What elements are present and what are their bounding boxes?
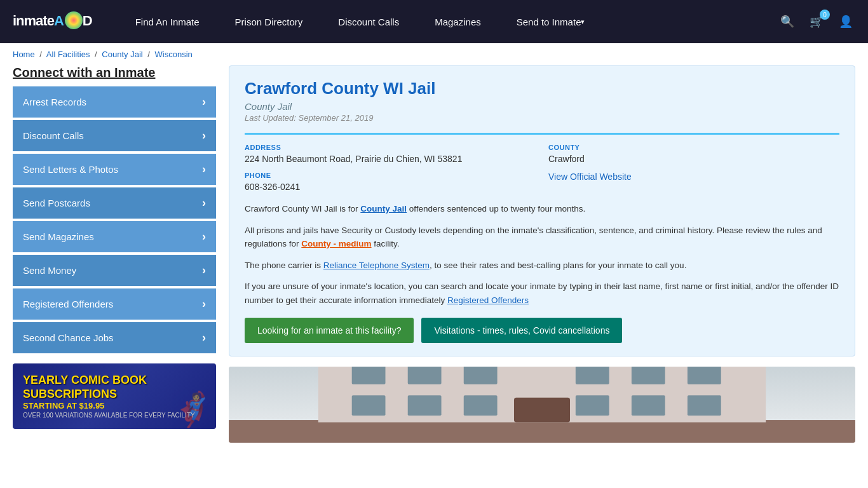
find-inmate-button[interactable]: Looking for an inmate at this facility? xyxy=(245,318,414,343)
svg-rect-8 xyxy=(632,367,665,384)
facility-card: Crawford County WI Jail County Jail Last… xyxy=(229,65,855,356)
svg-rect-4 xyxy=(352,367,386,384)
breadcrumb: Home / All Facilities / County Jail / Wi… xyxy=(0,43,868,65)
ad-price: STARTING AT $19.95 xyxy=(23,401,206,410)
svg-rect-13 xyxy=(576,396,609,416)
svg-rect-1 xyxy=(229,420,855,442)
desc-1: Crawford County WI Jail is for County Ja… xyxy=(245,202,839,216)
search-button[interactable]: 🔍 xyxy=(778,12,797,31)
website-link[interactable]: View Official Website xyxy=(548,172,632,182)
county-label: COUNTY xyxy=(548,144,839,151)
facility-details: ADDRESS 224 North Beaumont Road, Prairie… xyxy=(245,133,839,192)
facility-name: Crawford County WI Jail xyxy=(245,79,839,98)
svg-rect-7 xyxy=(576,367,609,384)
cart-badge: 0 xyxy=(820,10,830,20)
svg-rect-5 xyxy=(408,367,442,384)
facility-type: County Jail xyxy=(245,101,839,112)
sidebar-send-money[interactable]: Send Money › xyxy=(13,255,216,286)
navbar: inmateAD Find An Inmate Prison Directory… xyxy=(0,0,868,43)
chevron-right-icon: › xyxy=(202,297,206,311)
phone-value: 608-326-0241 xyxy=(245,182,536,192)
county-block: COUNTY Crawford xyxy=(548,144,839,164)
sidebar-title: Connect with an Inmate xyxy=(13,65,216,80)
svg-rect-18 xyxy=(514,398,570,423)
chevron-right-icon: › xyxy=(202,163,206,176)
sidebar-send-magazines[interactable]: Send Magazines › xyxy=(13,221,216,252)
cart-button[interactable]: 🛒 0 xyxy=(807,12,826,31)
svg-rect-6 xyxy=(464,367,498,384)
sidebar: Connect with an Inmate Arrest Records › … xyxy=(13,65,216,443)
chevron-right-icon: › xyxy=(202,196,206,210)
sidebar-send-postcards[interactable]: Send Postcards › xyxy=(13,187,216,219)
chevron-right-icon: › xyxy=(202,264,206,277)
svg-rect-12 xyxy=(464,396,498,416)
svg-rect-14 xyxy=(632,396,665,416)
chevron-right-icon: › xyxy=(202,129,206,142)
nav-find-inmate[interactable]: Find An Inmate xyxy=(118,0,217,43)
chevron-right-icon: › xyxy=(202,331,206,344)
chevron-right-icon: › xyxy=(202,95,206,109)
desc-2: All prisons and jails have Security or C… xyxy=(245,224,839,251)
nav-send-to-inmate[interactable]: Send to Inmate xyxy=(499,0,603,43)
breadcrumb-wisconsin[interactable]: Wisconsin xyxy=(155,50,193,59)
svg-rect-9 xyxy=(688,367,721,384)
nav-icons: 🔍 🛒 0 👤 xyxy=(778,12,855,31)
logo[interactable]: inmateAD xyxy=(13,13,92,30)
ad-title: YEARLY COMIC BOOKSUBSCRIPTIONS xyxy=(23,374,206,401)
sidebar-send-letters[interactable]: Send Letters & Photos › xyxy=(13,154,216,185)
nav-discount-calls[interactable]: Discount Calls xyxy=(320,0,417,43)
breadcrumb-home[interactable]: Home xyxy=(13,50,35,59)
logo-icon xyxy=(65,11,83,29)
ad-note: OVER 100 VARIATIONS AVAILABLE FOR EVERY … xyxy=(23,412,206,419)
phone-label: PHONE xyxy=(245,172,536,179)
address-block: ADDRESS 224 North Beaumont Road, Prairie… xyxy=(245,144,536,164)
svg-rect-11 xyxy=(408,396,442,416)
breadcrumb-county-jail[interactable]: County Jail xyxy=(102,50,142,59)
main-container: Connect with an Inmate Arrest Records › … xyxy=(0,65,868,456)
sidebar-registered-offenders[interactable]: Registered Offenders › xyxy=(13,288,216,320)
visitations-button[interactable]: Visitations - times, rules, Covid cancel… xyxy=(421,318,622,343)
nav-links: Find An Inmate Prison Directory Discount… xyxy=(118,0,778,43)
county-value: Crawford xyxy=(548,154,839,164)
account-button[interactable]: 👤 xyxy=(836,12,855,31)
facility-photo xyxy=(229,367,855,443)
breadcrumb-all-facilities[interactable]: All Facilities xyxy=(46,50,90,59)
address-value: 224 North Beaumont Road, Prairie du Chie… xyxy=(245,154,536,164)
sidebar-ad[interactable]: YEARLY COMIC BOOKSUBSCRIPTIONS STARTING … xyxy=(13,363,216,429)
chevron-right-icon: › xyxy=(202,230,206,243)
desc-4: If you are unsure of your inmate's locat… xyxy=(245,280,839,307)
phone-carrier-link[interactable]: Reliance Telephone System xyxy=(323,261,430,270)
sidebar-arrest-records[interactable]: Arrest Records › xyxy=(13,86,216,118)
svg-rect-15 xyxy=(688,396,721,416)
desc-3: The phone carrier is Reliance Telephone … xyxy=(245,259,839,273)
facility-description: Crawford County WI Jail is for County Ja… xyxy=(245,202,839,308)
website-block: View Official Website xyxy=(548,172,839,192)
phone-block: PHONE 608-326-0241 xyxy=(245,172,536,192)
action-buttons: Looking for an inmate at this facility? … xyxy=(245,318,839,343)
address-label: ADDRESS xyxy=(245,144,536,151)
svg-rect-10 xyxy=(352,396,386,416)
sidebar-second-chance-jobs[interactable]: Second Chance Jobs › xyxy=(13,322,216,353)
county-medium-link[interactable]: County - medium xyxy=(301,239,371,248)
building-svg xyxy=(229,367,855,443)
sidebar-discount-calls[interactable]: Discount Calls › xyxy=(13,120,216,151)
facility-updated: Last Updated: September 21, 2019 xyxy=(245,113,839,123)
main-content: Crawford County WI Jail County Jail Last… xyxy=(229,65,855,443)
nav-prison-directory[interactable]: Prison Directory xyxy=(217,0,321,43)
nav-magazines[interactable]: Magazines xyxy=(417,0,499,43)
registered-offenders-link[interactable]: Registered Offenders xyxy=(447,295,529,305)
county-jail-link[interactable]: County Jail xyxy=(360,204,407,214)
